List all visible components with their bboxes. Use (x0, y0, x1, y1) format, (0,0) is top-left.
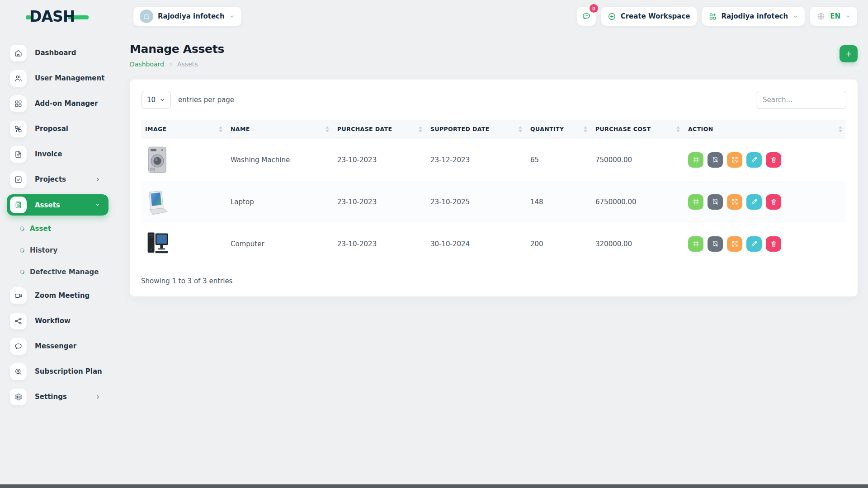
edit-button[interactable] (746, 236, 762, 252)
sidebar-item-settings[interactable]: Settings (0, 386, 111, 407)
create-workspace-button[interactable]: Create Workspace (601, 7, 697, 26)
sort-icon[interactable] (519, 126, 522, 132)
expand-arrows-icon (731, 198, 739, 206)
invoice-file-icon (10, 146, 27, 163)
cell-quantity: 200 (526, 223, 591, 265)
column-header-name[interactable]: NAME (226, 120, 333, 139)
language-selector[interactable]: EN (810, 7, 857, 26)
video-camera-icon (10, 287, 27, 304)
page-title: Manage Assets (130, 42, 224, 56)
asset-tag-button[interactable] (688, 194, 703, 210)
chevron-down-icon (229, 14, 235, 19)
delete-button[interactable] (766, 152, 781, 168)
sort-icon[interactable] (219, 126, 222, 132)
asset-tag-button[interactable] (688, 236, 703, 252)
expand-button[interactable] (727, 194, 742, 210)
workspace-avatar (140, 9, 153, 23)
create-workspace-label: Create Workspace (621, 12, 690, 20)
edit-button[interactable] (746, 194, 762, 210)
frame-hash-icon (692, 198, 700, 206)
cell-purchase-cost: 320000.00 (591, 223, 684, 265)
column-header-purchase-date[interactable]: PURCHASE DATE (333, 120, 426, 139)
table-row: Washing Machine 23-10-2023 23-12-2023 65… (141, 139, 846, 181)
sidebar-item-label: User Management (35, 74, 104, 82)
logo[interactable]: DASH (0, 0, 111, 33)
sidebar-item-messenger[interactable]: Messenger (0, 336, 111, 357)
sidebar-item-addon-manager[interactable]: Add-on Manager (0, 93, 111, 114)
sort-icon[interactable] (839, 126, 842, 132)
plus-circle-icon (608, 12, 616, 21)
home-icon (10, 45, 27, 61)
bookmark-slash-icon (712, 198, 719, 206)
entries-per-page-select[interactable]: 10 (141, 91, 171, 109)
workspace-dropdown-label: Rajodiya infotech (722, 12, 788, 20)
messages-badge: 0 (590, 4, 598, 13)
sidebar-subitem-defective-manage[interactable]: Defective Manage (0, 263, 111, 281)
table-row: Laptop 23-10-2023 23-10-2025 148 6750000… (141, 181, 846, 223)
search-input[interactable] (756, 91, 846, 109)
column-header-action[interactable]: ACTION (684, 120, 846, 139)
pencil-icon (750, 198, 758, 206)
chat-bubble-icon (10, 338, 27, 355)
cell-supported-date: 23-10-2025 (426, 181, 526, 223)
frame-hash-icon (692, 240, 700, 248)
add-asset-button[interactable] (840, 45, 858, 62)
column-header-image[interactable]: IMAGE (141, 120, 226, 139)
edit-button[interactable] (746, 152, 762, 168)
sort-icon[interactable] (326, 126, 329, 132)
delete-button[interactable] (766, 194, 781, 210)
washing-machine-image (145, 145, 170, 174)
chevron-down-icon (793, 14, 798, 19)
sidebar-item-proposal[interactable]: Proposal (0, 118, 111, 139)
bookmark-off-button[interactable] (708, 152, 723, 168)
table-row: Computer 23-10-2023 30-10-2024 200 32000… (141, 223, 846, 265)
sidebar-item-subscription-plan[interactable]: Subscription Plan (0, 361, 111, 382)
messages-button[interactable]: 0 (577, 7, 596, 26)
sidebar-item-dashboard[interactable]: Dashboard (0, 42, 111, 63)
sidebar-item-invoice[interactable]: Invoice (0, 144, 111, 164)
sidebar-item-label: Add-on Manager (35, 99, 98, 108)
sidebar-item-zoom-meeting[interactable]: Zoom Meeting (0, 285, 111, 306)
sidebar-item-label: Messenger (35, 342, 76, 350)
sidebar-item-workflow[interactable]: Workflow (0, 310, 111, 331)
sort-icon[interactable] (584, 126, 587, 132)
pencil-icon (750, 156, 758, 164)
workspace-selector[interactable]: Rajodiya infotech (133, 7, 241, 26)
chat-bubble-icon (581, 11, 591, 21)
trash-icon (770, 198, 778, 206)
chevron-down-icon (94, 202, 100, 208)
sort-icon[interactable] (676, 126, 680, 132)
sort-icon[interactable] (419, 126, 422, 132)
bookmark-off-button[interactable] (708, 236, 723, 252)
computer-image (145, 230, 170, 258)
column-header-purchase-cost[interactable]: PURCHASE COST (591, 120, 684, 139)
expand-button[interactable] (727, 236, 742, 252)
sidebar-item-label: Assets (35, 201, 60, 209)
sidebar-item-assets[interactable]: Assets (7, 194, 108, 216)
sidebar-item-label: Zoom Meeting (35, 291, 90, 300)
workspace-dropdown[interactable]: Rajodiya infotech (702, 7, 805, 26)
chevron-down-icon (845, 14, 851, 19)
assets-calculator-icon (10, 197, 27, 213)
horizontal-scrollbar[interactable] (0, 484, 868, 488)
sidebar-item-user-management[interactable]: User Management (0, 68, 111, 89)
sidebar-nav: Dashboard User Management Add-on Manager… (0, 33, 111, 407)
sidebar-subitem-asset[interactable]: Asset (0, 220, 111, 237)
expand-button[interactable] (727, 152, 742, 168)
share-icon (10, 313, 27, 329)
workspace-name: Rajodiya infotech (158, 12, 225, 20)
chevron-down-icon (160, 97, 165, 103)
sidebar-item-label: Settings (35, 393, 67, 401)
logo-text: DASH (29, 8, 75, 25)
plus-icon (845, 50, 853, 58)
bookmark-off-button[interactable] (708, 194, 723, 210)
breadcrumb-dashboard-link[interactable]: Dashboard (130, 61, 164, 68)
column-header-quantity[interactable]: QUANTITY (526, 120, 591, 139)
delete-button[interactable] (766, 236, 781, 252)
sidebar-item-projects[interactable]: Projects (0, 169, 111, 190)
sidebar-item-label: Dashboard (35, 49, 76, 57)
column-header-supported-date[interactable]: SUPPORTED DATE (426, 120, 526, 139)
asset-tag-button[interactable] (688, 152, 703, 168)
sidebar-subitem-history[interactable]: History (0, 242, 111, 259)
bullet-icon (19, 225, 25, 232)
